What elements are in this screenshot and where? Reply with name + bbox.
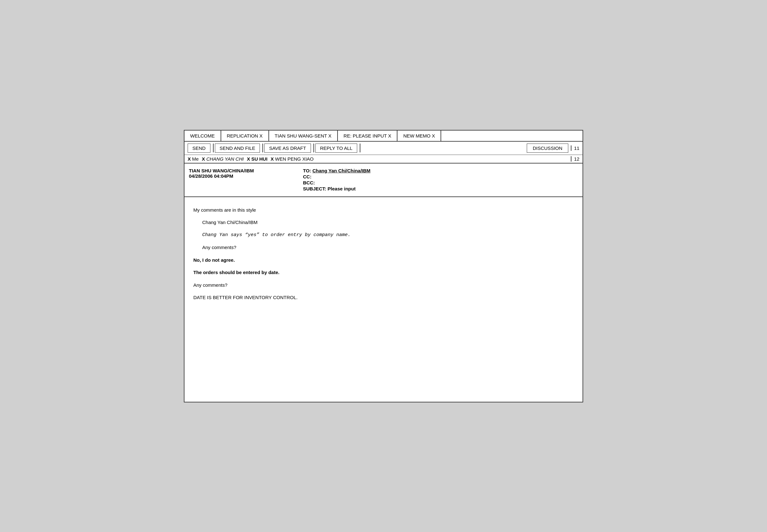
body-line-5: No, I do not agree. [193, 256, 574, 264]
recipient-name-suhui: SU HUI [251, 156, 267, 162]
body-line-4: Any comments? [202, 243, 574, 252]
tab-replication[interactable]: REPLICATION X [221, 131, 269, 141]
recipient-name-me: Me [192, 156, 199, 162]
recipient-me: X Me [188, 156, 199, 162]
discussion-button[interactable]: DISCUSSION [527, 144, 568, 153]
body-line-8: DATE IS BETTER FOR INVENTORY CONTROL. [193, 293, 574, 302]
cc-label: CC: [303, 174, 312, 179]
subject-label: SUBJECT: [303, 186, 326, 191]
bcc-label: BCC: [303, 180, 315, 185]
tab-re-please[interactable]: RE: PLEASE INPUT X [338, 131, 398, 141]
message-from: TIAN SHU WANG/CHINA/IBM 04/28/2006 04:04… [189, 168, 290, 192]
send-and-file-button[interactable]: SEND AND FILE [215, 144, 260, 153]
from-date: 04/28/2006 04:04PM [189, 173, 290, 179]
body-line-6: The orders should be entered by date. [193, 268, 574, 277]
body-line-1: My comments are in this style [193, 206, 574, 214]
recipients-count: 12 [571, 156, 579, 162]
subject-text: Please input [328, 186, 356, 191]
recipient-name-wenpeng: WEN PENG XIAO [275, 156, 314, 162]
x-me: X [188, 156, 191, 162]
tab-tianshu[interactable]: TIAN SHU WANG-SENT X [269, 131, 338, 141]
recipient-suhui: X SU HUI [247, 156, 267, 162]
x-wenpeng: X [271, 156, 274, 162]
tab-new-memo[interactable]: NEW MEMO X [397, 131, 441, 141]
recipient-chang: X CHANG YAN CHI [202, 156, 244, 162]
to-value[interactable]: Chang Yan Chi/China/IBM [313, 168, 371, 173]
separator-1 [213, 144, 214, 152]
body-line-7: Any comments? [193, 281, 574, 289]
body-line-2: Chang Yan Chi/China/IBM [202, 218, 574, 227]
separator-3 [313, 144, 314, 152]
recipient-wenpeng: X WEN PENG XIAO [271, 156, 314, 162]
separator-4 [360, 144, 360, 152]
x-chang: X [202, 156, 205, 162]
x-suhui: X [247, 156, 250, 162]
discussion-count: 11 [571, 145, 579, 151]
separator-2 [262, 144, 263, 152]
message-to-block: TO: Chang Yan Chi/China/IBM CC: BCC: SUB… [303, 168, 371, 192]
message-body: My comments are in this style Chang Yan … [184, 197, 583, 315]
save-draft-button[interactable]: SAVE AS DRAFT [264, 144, 311, 153]
tab-bar: WELCOME REPLICATION X TIAN SHU WANG-SENT… [184, 131, 583, 142]
bcc-line: BCC: [303, 180, 371, 185]
to-line: TO: Chang Yan Chi/China/IBM [303, 168, 371, 173]
recipients-row: X Me X CHANG YAN CHI X SU HUI X WEN PENG… [184, 155, 583, 163]
reply-to-all-button[interactable]: REPLY TO ALL [315, 144, 357, 153]
from-name: TIAN SHU WANG/CHINA/IBM [189, 168, 290, 173]
main-window: WELCOME REPLICATION X TIAN SHU WANG-SENT… [184, 130, 583, 402]
toolbar: SEND SEND AND FILE SAVE AS DRAFT REPLY T… [184, 142, 583, 155]
to-label: TO: [303, 168, 311, 173]
subject-line: SUBJECT: Please input [303, 186, 371, 191]
send-button[interactable]: SEND [188, 144, 210, 153]
recipient-name-chang: CHANG YAN CHI [206, 156, 244, 162]
tab-welcome[interactable]: WELCOME [184, 131, 221, 141]
body-line-3: Chang Yan says “yes” to order entry by c… [202, 231, 574, 239]
message-header: TIAN SHU WANG/CHINA/IBM 04/28/2006 04:04… [184, 163, 583, 197]
cc-line: CC: [303, 174, 371, 179]
